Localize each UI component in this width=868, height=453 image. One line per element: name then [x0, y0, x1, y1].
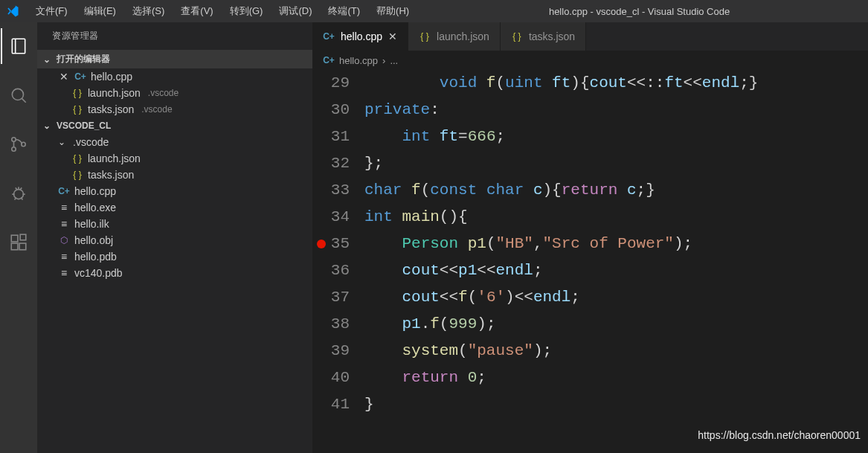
- file-label: hello.cpp: [91, 71, 132, 83]
- file-label: hello.ilk: [74, 218, 109, 230]
- sidebar: 资源管理器 ⌄ 打开的编辑器 ✕ C+ hello.cpp { } launch…: [37, 22, 312, 453]
- json-icon: { }: [511, 31, 523, 42]
- breakpoint-icon[interactable]: [317, 240, 326, 248]
- open-editors-label: 打开的编辑器: [57, 53, 110, 65]
- open-editors-header[interactable]: ⌄ 打开的编辑器: [37, 50, 312, 68]
- file-label: hello.exe: [74, 202, 116, 213]
- extensions-icon[interactable]: [1, 225, 36, 260]
- file-item[interactable]: ⬡ hello.obj: [37, 232, 312, 248]
- json-icon: { }: [419, 31, 431, 42]
- cpp-icon: C+: [323, 31, 335, 42]
- file-item[interactable]: ≡ hello.pdb: [37, 248, 312, 265]
- menu-bar: 文件(F) 编辑(E) 选择(S) 查看(V) 转到(G) 调试(D) 终端(T…: [28, 1, 417, 21]
- menu-view[interactable]: 查看(V): [173, 1, 220, 21]
- breadcrumb-more: ...: [390, 55, 398, 66]
- workspace-label: VSCODE_CL: [57, 121, 111, 131]
- svg-point-2: [12, 147, 16, 151]
- file-label: vc140.pdb: [74, 267, 123, 279]
- editor-area: C+ hello.cpp ✕ { } launch.json { } tasks…: [312, 22, 868, 453]
- file-icon: ≡: [58, 218, 70, 230]
- code-lines[interactable]: void f(uint ft){cout<<::ft<<endl;}privat…: [364, 70, 868, 453]
- svg-point-4: [14, 190, 24, 199]
- search-icon[interactable]: [1, 77, 36, 113]
- file-item[interactable]: C+ hello.cpp: [37, 183, 312, 199]
- file-icon: ≡: [58, 251, 70, 263]
- chevron-down-icon: ⌄: [43, 54, 54, 65]
- file-item[interactable]: { } tasks.json: [37, 167, 312, 183]
- sidebar-title: 资源管理器: [37, 22, 312, 50]
- file-label: hello.cpp: [74, 185, 116, 197]
- menu-help[interactable]: 帮助(H): [369, 1, 417, 21]
- tab-bar: C+ hello.cpp ✕ { } launch.json { } tasks…: [312, 22, 868, 51]
- tab-launch-json[interactable]: { } launch.json: [408, 22, 501, 51]
- file-label: launch.json: [88, 152, 141, 164]
- folder-label: .vscode: [73, 136, 109, 148]
- chevron-down-icon: ⌄: [58, 137, 68, 147]
- close-icon[interactable]: ✕: [58, 71, 70, 83]
- file-item[interactable]: ≡ hello.exe: [37, 199, 312, 216]
- file-dir: .vscode: [148, 88, 179, 98]
- breadcrumb[interactable]: C+ hello.cpp › ...: [312, 51, 868, 70]
- file-item[interactable]: { } launch.json: [37, 150, 312, 167]
- tab-label: tasks.json: [529, 30, 575, 42]
- file-dir: .vscode: [141, 104, 172, 115]
- debug-icon[interactable]: [1, 176, 36, 211]
- workspace-header[interactable]: ⌄ VSCODE_CL: [37, 118, 312, 134]
- menu-debug[interactable]: 调试(D): [271, 1, 319, 21]
- file-label: hello.obj: [74, 234, 113, 246]
- watermark: https://blog.csdn.net/chaoren00001: [698, 422, 861, 449]
- open-editor-item[interactable]: { } launch.json .vscode: [37, 85, 312, 101]
- svg-point-1: [12, 138, 16, 141]
- menu-file[interactable]: 文件(F): [28, 1, 75, 21]
- tab-label: hello.cpp: [341, 30, 382, 42]
- file-item[interactable]: ≡ hello.ilk: [37, 216, 312, 232]
- explorer-icon[interactable]: [1, 28, 36, 64]
- activity-bar: [0, 22, 37, 453]
- file-icon: ≡: [58, 267, 70, 279]
- tab-hello-cpp[interactable]: C+ hello.cpp ✕: [312, 22, 408, 51]
- open-editor-item[interactable]: { } tasks.json .vscode: [37, 101, 312, 118]
- file-label: tasks.json: [88, 103, 134, 115]
- file-label: tasks.json: [88, 169, 134, 181]
- open-editor-item[interactable]: ✕ C+ hello.cpp: [37, 68, 312, 85]
- cpp-icon: C+: [58, 186, 70, 196]
- menu-edit[interactable]: 编辑(E): [77, 1, 123, 21]
- code-editor[interactable]: 29303132333435363738394041 void f(uint f…: [312, 70, 868, 453]
- gutter[interactable]: 29303132333435363738394041: [312, 70, 364, 453]
- chevron-down-icon: ⌄: [43, 121, 54, 131]
- file-label: launch.json: [88, 87, 141, 99]
- close-icon[interactable]: ✕: [388, 30, 397, 42]
- file-label: hello.pdb: [74, 251, 117, 263]
- json-icon: { }: [71, 88, 83, 98]
- breadcrumb-file: hello.cpp: [339, 55, 378, 66]
- source-control-icon[interactable]: [1, 126, 36, 162]
- file-icon: ≡: [58, 202, 70, 213]
- svg-rect-8: [20, 234, 26, 240]
- cpp-icon: C+: [323, 55, 335, 65]
- menu-selection[interactable]: 选择(S): [125, 1, 172, 21]
- menu-terminal[interactable]: 终端(T): [321, 1, 367, 21]
- tab-tasks-json[interactable]: { } tasks.json: [501, 22, 586, 51]
- breadcrumb-sep: ›: [382, 55, 385, 66]
- svg-rect-6: [11, 243, 18, 250]
- folder-item[interactable]: ⌄ .vscode: [37, 134, 312, 150]
- cpp-icon: C+: [74, 71, 86, 82]
- svg-rect-5: [11, 235, 18, 242]
- json-icon: { }: [71, 153, 83, 164]
- vscode-logo-icon: [6, 4, 19, 18]
- window-title: hello.cpp - vscode_cl - Visual Studio Co…: [417, 6, 862, 17]
- svg-point-0: [12, 89, 23, 100]
- obj-icon: ⬡: [58, 235, 70, 245]
- json-icon: { }: [71, 170, 83, 180]
- menu-go[interactable]: 转到(G): [222, 1, 271, 21]
- tab-label: launch.json: [437, 30, 489, 42]
- file-item[interactable]: ≡ vc140.pdb: [37, 265, 312, 281]
- title-bar: 文件(F) 编辑(E) 选择(S) 查看(V) 转到(G) 调试(D) 终端(T…: [0, 0, 868, 22]
- svg-rect-7: [19, 243, 26, 250]
- json-icon: { }: [71, 104, 83, 115]
